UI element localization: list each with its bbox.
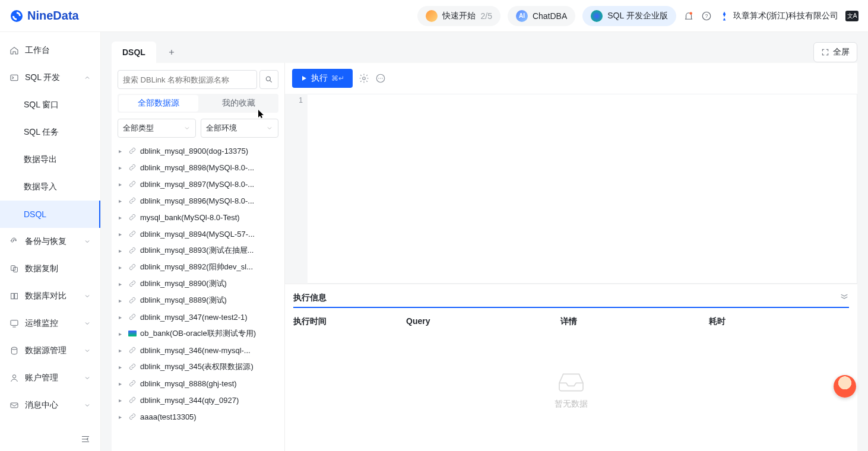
- nav-workspace[interactable]: 工作台: [0, 37, 100, 64]
- link-icon: [128, 313, 137, 321]
- fullscreen-button[interactable]: 全屏: [813, 42, 857, 62]
- search-button[interactable]: [259, 70, 278, 89]
- nav-compare[interactable]: 数据库对比: [0, 282, 100, 310]
- tree-item-label: dblink_mysql_346(new-mysql-...: [140, 346, 251, 355]
- tree-tab-fav[interactable]: 我的收藏: [199, 94, 279, 113]
- inbox-icon: [555, 369, 588, 393]
- select-value: 全部类型: [123, 123, 154, 134]
- nav-label: 工作台: [25, 45, 50, 56]
- tree-item[interactable]: ▸mysql_bank(MySQl-8.0-Test): [118, 209, 278, 226]
- tree-item-label: dblink_mysql_8900(dog-13375): [140, 147, 248, 155]
- link-icon: [128, 213, 137, 221]
- link-icon: [128, 196, 137, 205]
- language-switch[interactable]: 文A: [845, 11, 859, 21]
- brand-icon: [9, 9, 24, 23]
- search-icon: [265, 75, 273, 84]
- nav-message[interactable]: 消息中心: [0, 392, 100, 419]
- nav-sql-window[interactable]: SQL 窗口: [0, 91, 100, 119]
- link-icon: [128, 180, 137, 188]
- tree-item[interactable]: ▸dblink_mysql_8900(dog-13375): [118, 142, 278, 159]
- chatdba-pill[interactable]: AI ChatDBA: [508, 6, 575, 26]
- tree-item[interactable]: ▸dblink_mysql_344(qty_0927): [118, 392, 278, 408]
- caret-icon: ▸: [119, 397, 125, 404]
- line-number: 1: [290, 96, 303, 104]
- tree-item[interactable]: ▸dblink_mysql_8890(测试): [118, 275, 278, 292]
- nav-label: 消息中心: [25, 400, 58, 411]
- nav-import[interactable]: 数据导入: [0, 173, 100, 201]
- caret-icon: ▸: [119, 247, 125, 254]
- more-icon[interactable]: [375, 73, 386, 84]
- org-selector[interactable]: 玖章算术(浙江)科技有限公司: [719, 11, 838, 21]
- tree-item[interactable]: ▸dblink_mysql_8889(测试): [118, 292, 278, 309]
- bell-icon[interactable]: [683, 11, 694, 21]
- tree-item[interactable]: ▸dblink_mysql_8898(MySQl-8.0-...: [118, 159, 278, 176]
- tree-item[interactable]: ▸dblink_mysql_8897(MySQl-8.0-...: [118, 176, 278, 192]
- nav-account[interactable]: 账户管理: [0, 364, 100, 392]
- svg-point-10: [12, 375, 15, 378]
- tab-add[interactable]: [161, 42, 182, 63]
- caret-icon: ▸: [119, 198, 125, 204]
- tree-item-label: dblink_mysql_345(表权限数据源): [140, 361, 254, 372]
- nav-sql-dev[interactable]: SQL 开发: [0, 64, 100, 91]
- tree-item-label: dblink_mysql_8897(MySQl-8.0-...: [140, 180, 254, 189]
- tree-pane: 全部数据源 我的收藏 全部类型 全部环境 ▸dblink_mysql_8900(…: [112, 63, 285, 451]
- tree-item[interactable]: ▸dblink_mysql_345(表权限数据源): [118, 358, 278, 375]
- support-avatar[interactable]: [834, 375, 856, 398]
- quickstart-label: 快速开始: [442, 11, 476, 21]
- nav-datasource[interactable]: 数据源管理: [0, 337, 100, 364]
- nav-label: SQL 任务: [24, 127, 59, 138]
- svg-rect-8: [11, 320, 18, 326]
- tree-item[interactable]: ▸dblink_mysql_346(new-mysql-...: [118, 342, 278, 358]
- settings-icon[interactable]: [359, 73, 369, 84]
- brand-logo[interactable]: NineData: [9, 9, 79, 23]
- chevron-down-icon: [84, 320, 91, 327]
- nav-sql-task[interactable]: SQL 任务: [0, 119, 100, 146]
- tree-item[interactable]: ▸dblink_mysql_8894(MySQL-57-...: [118, 226, 278, 242]
- link-icon: [128, 396, 137, 404]
- editor-textarea[interactable]: [308, 94, 857, 284]
- collapse-icon[interactable]: [80, 434, 91, 444]
- tree-item[interactable]: ▸dblink_mysql_8892(阳帅dev_sl...: [118, 259, 278, 275]
- tree-item[interactable]: ▸dblink_mysql_8896(MySQl-8.0-...: [118, 192, 278, 209]
- tree-item[interactable]: ▸dblink_mysql_8888(ghj-test): [118, 375, 278, 392]
- tree-item-label: aaaa(test13305): [140, 412, 197, 421]
- tree-item[interactable]: ▸dblink_mysql_8893(测试在抽屉...: [118, 242, 278, 259]
- svg-point-9: [11, 347, 17, 350]
- sql-editor[interactable]: 1: [285, 94, 857, 284]
- tree-item[interactable]: ▸aaaa(test13305): [118, 408, 278, 425]
- filter-env-select[interactable]: 全部环境: [201, 119, 279, 138]
- tree-tab-all[interactable]: 全部数据源: [119, 95, 198, 112]
- tree-item-label: ob_bank(OB-oracle联邦测试专用): [140, 328, 256, 339]
- tree-item[interactable]: ▸dblink_mysql_347(new-test2-1): [118, 309, 278, 325]
- tree-item[interactable]: ▸ob_bank(OB-oracle联邦测试专用): [118, 325, 278, 342]
- caret-icon: ▸: [119, 380, 125, 387]
- caret-icon: ▸: [119, 231, 125, 237]
- search-input[interactable]: [118, 70, 257, 89]
- chevron-down-icon: [266, 125, 273, 132]
- run-button[interactable]: 执行 ⌘↵: [292, 69, 353, 88]
- editor-gutter: 1: [285, 94, 308, 284]
- link-icon: [128, 346, 137, 354]
- edition-pill[interactable]: SQL 开发企业版: [582, 6, 676, 26]
- collapse-down-icon[interactable]: [840, 291, 849, 301]
- svg-rect-7: [15, 293, 18, 298]
- svg-point-12: [266, 77, 270, 81]
- nav-replicate[interactable]: 数据复制: [0, 255, 100, 282]
- nav-dsql[interactable]: DSQL: [0, 201, 100, 228]
- caret-icon: ▸: [119, 347, 125, 354]
- nav-label: DSQL: [24, 209, 46, 219]
- nav-backup[interactable]: 备份与恢复: [0, 228, 100, 255]
- filter-type-select[interactable]: 全部类型: [118, 119, 196, 138]
- help-icon[interactable]: ?: [701, 11, 712, 21]
- svg-rect-3: [11, 75, 18, 80]
- tree-item-label: dblink_mysql_8888(ghj-test): [140, 379, 237, 388]
- quickstart-pill[interactable]: 快速开始 2/5: [417, 6, 500, 26]
- tab-dsql[interactable]: DSQL: [112, 42, 156, 63]
- nav-monitor[interactable]: 运维监控: [0, 310, 100, 337]
- svg-point-15: [378, 78, 379, 79]
- link-icon: [128, 296, 137, 304]
- nav-export[interactable]: 数据导出: [0, 146, 100, 173]
- nav-label: SQL 窗口: [24, 100, 59, 110]
- sidebar: 工作台 SQL 开发 SQL 窗口 SQL 任务 数据导出 数据导入 DSQL …: [0, 32, 101, 451]
- svg-rect-5: [14, 267, 18, 272]
